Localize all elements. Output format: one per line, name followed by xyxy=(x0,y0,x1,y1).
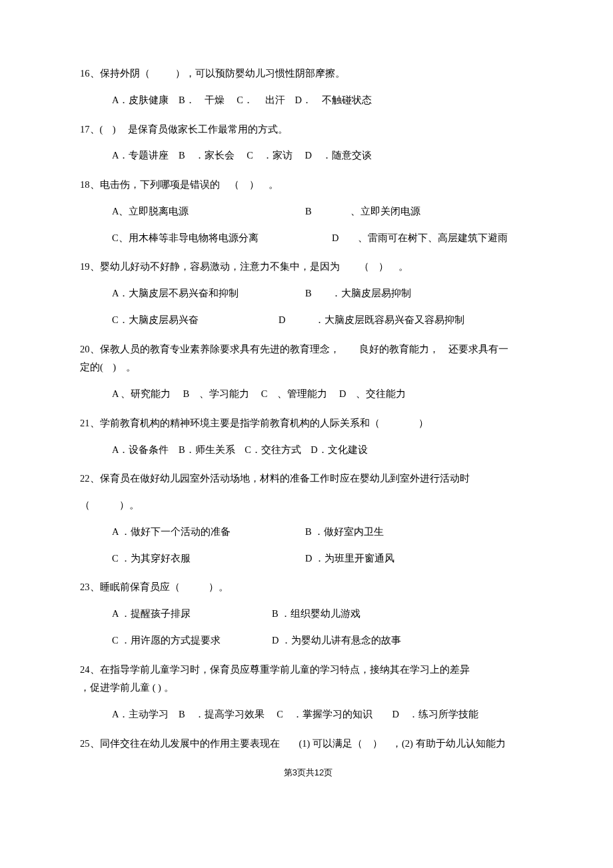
options-row: C ．用许愿的方式提要求 D ．为婴幼儿讲有悬念的故事 xyxy=(80,634,536,648)
stem-text-line2: 定的( ) 。 xyxy=(80,362,136,372)
option-c: C ．用许愿的方式提要求 xyxy=(112,634,272,648)
options-row: A ．做好下一个活动的准备 B ．做好室内卫生 xyxy=(80,525,536,540)
question-stem: 25、同伴交往在幼儿发展中的作用主要表现在 (1) 可以满足（ ） ，(2) 有… xyxy=(80,737,536,751)
stem-text-post: ），可以预防婴幼儿习惯性阴部摩擦。 xyxy=(175,68,345,79)
option-d: D ．为婴幼儿讲有悬念的故事 xyxy=(272,634,536,648)
option-a: A、立即脱离电源 xyxy=(112,205,305,219)
stem-text: 17、( ) 是保育员做家长工作最常用的方式。 xyxy=(80,124,288,135)
option-b: B 、立即关闭电源 xyxy=(305,205,536,219)
question-stem: 16、保持外阴（），可以预防婴幼儿习惯性阴部摩擦。 xyxy=(80,67,536,81)
question-20: 20、保教人员的教育专业素养除要求具有先进的教育理念， 良好的教育能力， 还要求… xyxy=(80,342,536,402)
options-text: A．专题讲座 B ．家长会 C ．家访 D ．随意交谈 xyxy=(112,150,372,161)
question-stem: 17、( ) 是保育员做家长工作最常用的方式。 xyxy=(80,123,536,137)
option-b: B ．大脑皮层易抑制 xyxy=(305,286,536,301)
question-stem-cont: 定的( ) 。 xyxy=(80,360,536,375)
question-stem: 23、睡眠前保育员应（ ）。 xyxy=(80,580,536,595)
options-row: A、立即脱离电源 B 、立即关闭电源 xyxy=(80,205,536,219)
option-a: A ．提醒孩子排尿 xyxy=(112,607,272,622)
options-row: A．设备条件 B．师生关系 C．交往方式 D．文化建设 xyxy=(80,443,536,458)
options-row: C、用木棒等非导电物将电源分离 D 、雷雨可在树下、高层建筑下避雨 xyxy=(80,231,536,246)
option-c: C．大脑皮层易兴奋 xyxy=(112,313,279,328)
stem-text: 23、睡眠前保育员应（ ）。 xyxy=(80,582,229,592)
stem-text-line1: 20、保教人员的教育专业素养除要求具有先进的教育理念， 良好的教育能力， 还要求… xyxy=(80,344,508,354)
question-23: 23、睡眠前保育员应（ ）。 A ．提醒孩子排尿 B ．组织婴幼儿游戏 C ．用… xyxy=(80,580,536,648)
options-row: A．大脑皮层不易兴奋和抑制 B ．大脑皮层易抑制 xyxy=(80,286,536,301)
question-21: 21、学前教育机构的精神环境主要是指学前教育机构的人际关系和（ ） A．设备条件… xyxy=(80,416,536,458)
question-19: 19、婴幼儿好动不好静，容易激动，注意力不集中，是因为 （ ） 。 A．大脑皮层… xyxy=(80,260,536,327)
question-stem: 18、电击伤，下列哪项是错误的 （ ） 。 xyxy=(80,178,536,193)
page-number: 第3页共12页 xyxy=(284,767,333,777)
question-stem: 21、学前教育机构的精神环境主要是指学前教育机构的人际关系和（ ） xyxy=(80,416,536,431)
options-row: A．主动学习 B ．提高学习效果 C ．掌握学习的知识 D ．练习所学技能 xyxy=(80,707,536,722)
option-b: B ．做好室内卫生 xyxy=(305,525,536,540)
stem-text: 21、学前教育机构的精神环境主要是指学前教育机构的人际关系和（ ） xyxy=(80,418,428,428)
question-stem-cont: ，促进学前儿童 ( ) 。 xyxy=(80,681,536,695)
option-a: A．大脑皮层不易兴奋和抑制 xyxy=(112,286,305,301)
stem-text-line1: 24、在指导学前儿童学习时，保育员应尊重学前儿童的学习特点，接纳其在学习上的差异 xyxy=(80,664,470,675)
question-stem: 24、在指导学前儿童学习时，保育员应尊重学前儿童的学习特点，接纳其在学习上的差异 xyxy=(80,663,536,677)
stem-text-line2: ，促进学前儿童 ( ) 。 xyxy=(80,682,174,693)
stem-text: 18、电击伤，下列哪项是错误的 （ ） 。 xyxy=(80,179,279,190)
option-d: D ．为班里开窗通风 xyxy=(305,552,536,566)
question-stem: 19、婴幼儿好动不好静，容易激动，注意力不集中，是因为 （ ） 。 xyxy=(80,260,536,274)
option-d: D 、雷雨可在树下、高层建筑下避雨 xyxy=(332,231,536,246)
question-16: 16、保持外阴（），可以预防婴幼儿习惯性阴部摩擦。 A．皮肤健康 B． 干燥 C… xyxy=(80,67,536,108)
options-text: A．设备条件 B．师生关系 C．交往方式 D．文化建设 xyxy=(112,444,368,455)
question-22: 22、保育员在做好幼儿园室外活动场地，材料的准备工作时应在婴幼儿到室外进行活动时… xyxy=(80,472,536,566)
question-stem: 22、保育员在做好幼儿园室外活动场地，材料的准备工作时应在婴幼儿到室外进行活动时 xyxy=(80,472,536,486)
option-a: A ．做好下一个活动的准备 xyxy=(112,525,305,540)
options-text: A．主动学习 B ．提高学习效果 C ．掌握学习的知识 D ．练习所学技能 xyxy=(112,709,478,719)
stem-text-line2: （ ）。 xyxy=(80,500,139,510)
options-row: A．皮肤健康 B． 干燥 C． 出汗 D． 不触碰状态 xyxy=(80,93,536,108)
question-stem-cont: （ ）。 xyxy=(80,498,536,513)
options-row: A ．提醒孩子排尿 B ．组织婴幼儿游戏 xyxy=(80,607,536,622)
question-stem: 20、保教人员的教育专业素养除要求具有先进的教育理念， 良好的教育能力， 还要求… xyxy=(80,342,536,357)
page-footer: 第3页共12页 xyxy=(80,766,536,779)
stem-text-pre: 16、保持外阴（ xyxy=(80,68,150,79)
options-row: C．大脑皮层易兴奋 D ．大脑皮层既容易兴奋又容易抑制 xyxy=(80,313,536,328)
stem-text: 25、同伴交往在幼儿发展中的作用主要表现在 (1) 可以满足（ ） ，(2) 有… xyxy=(80,738,506,749)
question-17: 17、( ) 是保育员做家长工作最常用的方式。 A．专题讲座 B ．家长会 C … xyxy=(80,123,536,164)
question-25: 25、同伴交往在幼儿发展中的作用主要表现在 (1) 可以满足（ ） ，(2) 有… xyxy=(80,737,536,751)
option-c: C ．为其穿好衣服 xyxy=(112,552,305,566)
question-18: 18、电击伤，下列哪项是错误的 （ ） 。 A、立即脱离电源 B 、立即关闭电源… xyxy=(80,178,536,245)
options-text: A．皮肤健康 B． 干燥 C． 出汗 D． 不触碰状态 xyxy=(112,95,372,105)
option-c: C、用木棒等非导电物将电源分离 xyxy=(112,231,332,246)
options-text: A 、研究能力 B 、学习能力 C 、管理能力 D 、交往能力 xyxy=(112,388,406,399)
stem-text: 19、婴幼儿好动不好静，容易激动，注意力不集中，是因为 （ ） 。 xyxy=(80,261,408,272)
question-24: 24、在指导学前儿童学习时，保育员应尊重学前儿童的学习特点，接纳其在学习上的差异… xyxy=(80,663,536,722)
option-d: D ．大脑皮层既容易兴奋又容易抑制 xyxy=(279,313,536,328)
options-row: C ．为其穿好衣服 D ．为班里开窗通风 xyxy=(80,552,536,566)
options-row: A．专题讲座 B ．家长会 C ．家访 D ．随意交谈 xyxy=(80,149,536,163)
options-row: A 、研究能力 B 、学习能力 C 、管理能力 D 、交往能力 xyxy=(80,387,536,402)
stem-text-line1: 22、保育员在做好幼儿园室外活动场地，材料的准备工作时应在婴幼儿到室外进行活动时 xyxy=(80,473,470,484)
option-b: B ．组织婴幼儿游戏 xyxy=(272,607,536,622)
